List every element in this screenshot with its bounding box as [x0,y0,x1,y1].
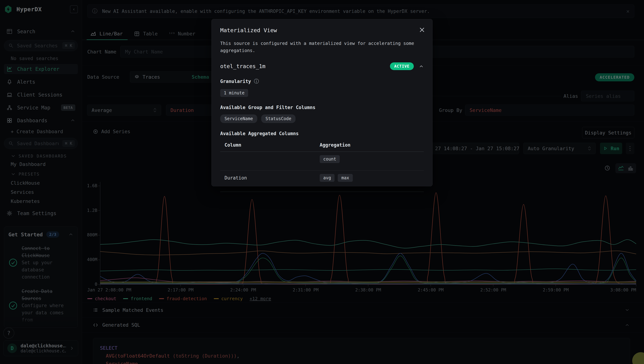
info-icon[interactable]: ⓘ [254,78,259,85]
table-row: Duration avg max [220,170,424,185]
aggregation-chip: avg [320,174,335,182]
status-badge: ACTIVE [390,62,414,70]
view-name: otel_traces_1m [220,63,265,69]
column-cell: Duration [225,175,247,180]
column-chip: ServiceName [220,114,257,123]
group-filter-heading: Available Group and Filter Columns [220,105,424,110]
column-header: Column [225,142,241,148]
granularity-label: Granularity [220,79,251,84]
granularity-chip: 1 minute [220,89,248,97]
table-row: count [220,152,424,166]
granularity-heading: Granularity ⓘ [220,78,424,85]
modal-title: Materialized View [220,27,424,34]
aggregation-chip: max [338,174,353,182]
aggregation-chip: count [320,155,340,163]
column-chip: StatusCode [261,114,296,123]
aggregated-heading: Available Aggregated Columns [220,131,424,136]
aggregation-header: Aggregation [320,142,424,148]
aggregated-columns-table: Column Aggregation count Duration avg ma… [220,142,424,192]
chevron-up-icon[interactable] [419,64,424,69]
modal-close-icon[interactable] [418,26,426,34]
materialized-view-header[interactable]: otel_traces_1m ACTIVE [220,62,424,70]
materialized-view-modal: Materialized View This source is configu… [211,19,433,186]
modal-description: This source is configured with a materia… [220,40,417,54]
